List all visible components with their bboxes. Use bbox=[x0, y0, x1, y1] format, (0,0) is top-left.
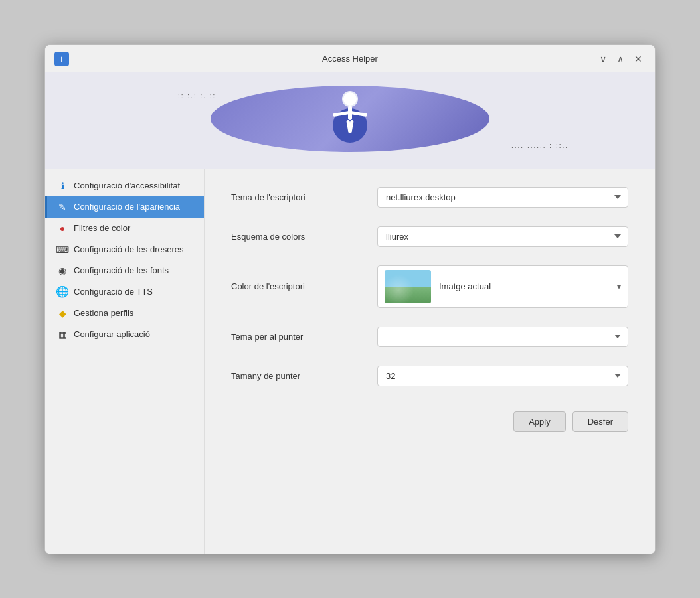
titlebar: i Access Helper ∨ ∧ ✕ bbox=[45, 45, 655, 72]
pencil-icon: ✎ bbox=[56, 201, 68, 213]
setting-row-cursor-size: Tamany de punter 16 24 32 48 64 bbox=[231, 366, 628, 386]
minimize-button[interactable]: ∨ bbox=[596, 52, 610, 66]
braille-right: .... ...... : ::.. bbox=[511, 142, 569, 149]
keyboard-icon: ⌨ bbox=[56, 244, 68, 256]
desktop-color-dropdown[interactable]: Imatge actual ▾ bbox=[377, 265, 628, 308]
app-icon-letter: i bbox=[60, 54, 63, 64]
desktop-theme-dropdown[interactable]: net.lliurex.desktop Default Custom bbox=[377, 187, 628, 208]
banner: :: :.: :. :: .... ...... : ::.. bbox=[45, 72, 655, 169]
desktop-thumbnail bbox=[385, 270, 431, 303]
sidebar-item-label: Configuració de TTS bbox=[74, 287, 153, 297]
sidebar-item-shortcuts-config[interactable]: ⌨ Configuració de les dreseres bbox=[45, 239, 204, 260]
fonts-icon: ◉ bbox=[56, 265, 68, 277]
window-title: Access Helper bbox=[322, 54, 378, 64]
color-scheme-dropdown[interactable]: lliurex Default Dark Light bbox=[377, 226, 628, 247]
setting-row-desktop-theme: Tema de l'escriptori net.lliurex.desktop… bbox=[231, 187, 628, 208]
titlebar-left: i bbox=[54, 52, 69, 66]
desktop-color-label: Color de l'escriptori bbox=[231, 281, 377, 291]
sidebar-item-tts-config[interactable]: 🌐 Configuració de TTS bbox=[45, 281, 204, 303]
main-content: ℹ Configuració d'accessibilitat ✎ Config… bbox=[45, 169, 655, 554]
info-icon: ℹ bbox=[56, 180, 68, 192]
braille-left: :: :.: :. :: bbox=[178, 92, 216, 100]
desktop-image-label: Imatge actual bbox=[439, 281, 609, 291]
sidebar-item-label: Configurar aplicació bbox=[74, 329, 150, 339]
setting-row-desktop-color: Color de l'escriptori Imatge actual ▾ bbox=[231, 265, 628, 308]
close-button[interactable]: ✕ bbox=[631, 52, 646, 66]
sidebar-item-label: Configuració d'accessibilitat bbox=[74, 181, 180, 190]
cursor-size-dropdown[interactable]: 16 24 32 48 64 bbox=[377, 366, 628, 386]
cancel-button[interactable]: Desfer bbox=[572, 411, 628, 432]
titlebar-controls: ∨ ∧ ✕ bbox=[596, 52, 646, 66]
maximize-button[interactable]: ∧ bbox=[614, 52, 627, 66]
circle-icon: ● bbox=[56, 222, 68, 234]
cursor-theme-control bbox=[377, 327, 628, 347]
desktop-theme-control: net.lliurex.desktop Default Custom bbox=[377, 187, 628, 208]
sidebar-item-label: Gestiona perfils bbox=[74, 308, 133, 318]
cursor-size-label: Tamany de punter bbox=[231, 371, 377, 381]
buttons-row: Apply Desfer bbox=[231, 405, 628, 432]
sidebar: ℹ Configuració d'accessibilitat ✎ Config… bbox=[45, 169, 205, 554]
sidebar-item-label: Configuració de les dreseres bbox=[74, 244, 183, 254]
main-window: i Access Helper ∨ ∧ ✕ :: :.: :. bbox=[44, 44, 656, 554]
sidebar-item-accessibility-config[interactable]: ℹ Configuració d'accessibilitat bbox=[45, 175, 204, 196]
svg-point-2 bbox=[343, 92, 357, 106]
desktop-color-control-wrap: Imatge actual ▾ bbox=[377, 265, 628, 308]
color-scheme-label: Esquema de colors bbox=[231, 232, 377, 242]
sidebar-item-appearance-config[interactable]: ✎ Configuració de l'apariencia bbox=[45, 196, 204, 218]
desktop-thumbnail-inner bbox=[385, 270, 431, 303]
app-config-icon: ▦ bbox=[56, 329, 68, 340]
chevron-down-icon: ▾ bbox=[617, 282, 621, 291]
setting-row-cursor-theme: Tema per al punter bbox=[231, 327, 628, 347]
tts-icon: 🌐 bbox=[56, 286, 68, 298]
sidebar-item-label: Configuració de les fonts bbox=[74, 265, 169, 275]
sidebar-item-fonts-config[interactable]: ◉ Configuració de les fonts bbox=[45, 260, 204, 281]
sidebar-item-color-filters[interactable]: ● Filtres de color bbox=[45, 218, 204, 239]
setting-row-color-scheme: Esquema de colors lliurex Default Dark L… bbox=[231, 226, 628, 247]
sidebar-item-label: Filtres de color bbox=[74, 223, 130, 233]
sidebar-item-profiles[interactable]: ◆ Gestiona perfils bbox=[45, 303, 204, 324]
sidebar-item-label: Configuració de l'apariencia bbox=[74, 202, 180, 212]
settings-panel: Tema de l'escriptori net.lliurex.desktop… bbox=[205, 169, 655, 554]
cursor-theme-label: Tema per al punter bbox=[231, 332, 377, 342]
desktop-theme-label: Tema de l'escriptori bbox=[231, 192, 377, 202]
app-icon: i bbox=[54, 52, 69, 66]
apply-button[interactable]: Apply bbox=[513, 411, 566, 432]
sidebar-item-app-config[interactable]: ▦ Configurar aplicació bbox=[45, 324, 204, 345]
accessibility-figure bbox=[323, 87, 377, 153]
cursor-theme-dropdown[interactable] bbox=[377, 327, 628, 347]
color-scheme-control: lliurex Default Dark Light bbox=[377, 226, 628, 247]
profile-icon: ◆ bbox=[56, 307, 68, 319]
cursor-size-control: 16 24 32 48 64 bbox=[377, 366, 628, 386]
